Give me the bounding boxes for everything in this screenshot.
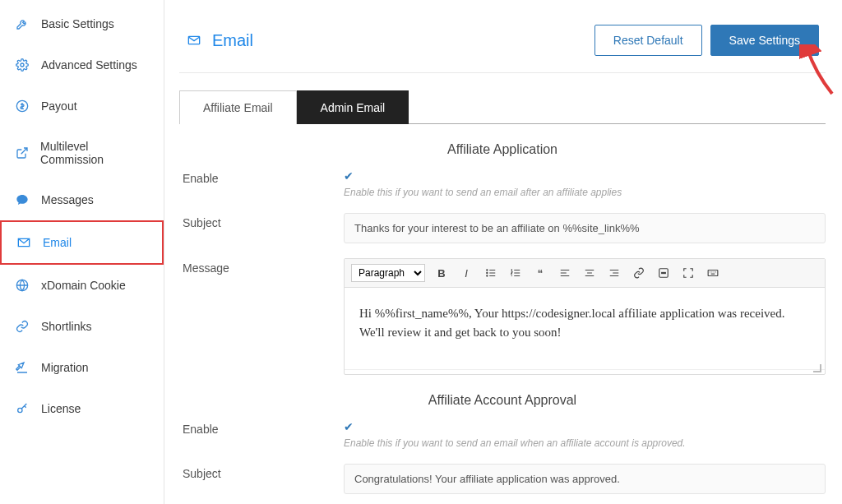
section-affiliate-application: Affiliate Application Enable ✔ Enable th…	[179, 142, 826, 375]
sidebar-item-shortlinks[interactable]: Shortlinks	[0, 306, 164, 347]
page-title: Email	[212, 31, 253, 50]
sidebar-item-migration[interactable]: Migration	[0, 347, 164, 388]
enable-hint: Enable this if you want to send an email…	[344, 187, 826, 198]
keyboard-icon[interactable]	[705, 265, 721, 281]
rich-text-editor: Paragraph B I “	[344, 258, 826, 375]
sidebar-item-label: License	[41, 402, 81, 415]
enable-hint: Enable this if you want to send an email…	[344, 437, 826, 449]
resize-handle[interactable]	[345, 369, 825, 374]
message-label: Message	[179, 258, 344, 375]
align-center-icon[interactable]	[581, 265, 598, 281]
section-title: Affiliate Account Approval	[179, 393, 826, 408]
sidebar-item-messages[interactable]: Messages	[0, 179, 164, 220]
svg-point-3	[18, 408, 22, 412]
sidebar-item-multilevel[interactable]: Multilevel Commission	[0, 127, 164, 179]
sidebar-item-license[interactable]: License	[0, 388, 164, 429]
gear-icon	[15, 58, 30, 72]
link-icon[interactable]	[631, 265, 647, 281]
sidebar: Basic Settings Advanced Settings Payout …	[0, 0, 164, 504]
main-content: Email Reset Default Save Settings Affili…	[164, 0, 842, 504]
sidebar-item-label: Basic Settings	[41, 17, 114, 30]
key-icon	[15, 401, 30, 416]
bullet-list-icon[interactable]	[483, 265, 499, 281]
globe-icon	[15, 278, 30, 293]
bold-icon[interactable]: B	[433, 265, 450, 281]
subject-label: Subject	[179, 213, 344, 243]
enable-label: Enable	[179, 169, 344, 198]
dollar-icon	[15, 99, 30, 113]
svg-rect-10	[708, 270, 718, 276]
sidebar-item-label: Advanced Settings	[41, 58, 137, 72]
align-left-icon[interactable]	[557, 265, 573, 281]
external-icon	[15, 146, 29, 160]
sidebar-item-label: xDomain Cookie	[41, 279, 126, 292]
svg-point-5	[487, 270, 488, 270]
svg-point-0	[21, 63, 24, 67]
svg-point-7	[487, 275, 488, 276]
sidebar-item-label: Payout	[41, 99, 77, 113]
svg-point-11	[710, 271, 710, 272]
format-select[interactable]: Paragraph	[351, 264, 425, 282]
insert-icon[interactable]	[655, 265, 672, 281]
subject-label: Subject	[179, 464, 344, 494]
sidebar-item-label: Migration	[41, 361, 89, 374]
sidebar-item-basic-settings[interactable]: Basic Settings	[0, 3, 164, 44]
wrench-icon	[15, 16, 30, 31]
reset-default-button[interactable]: Reset Default	[594, 25, 702, 56]
sidebar-item-label: Multilevel Commission	[40, 140, 149, 166]
svg-point-12	[711, 271, 712, 272]
enable-label: Enable	[179, 419, 344, 449]
tabbar: Affiliate Email Admin Email	[179, 90, 826, 124]
subject-input[interactable]	[344, 464, 826, 494]
quote-icon[interactable]: “	[532, 265, 548, 281]
italic-icon[interactable]: I	[458, 265, 474, 281]
sidebar-item-xdomain[interactable]: xDomain Cookie	[0, 265, 164, 306]
sidebar-item-label: Messages	[41, 193, 94, 206]
svg-point-14	[715, 271, 716, 272]
tab-affiliate-email[interactable]: Affiliate Email	[179, 90, 297, 124]
mail-icon	[16, 235, 31, 250]
align-right-icon[interactable]	[606, 265, 622, 281]
sidebar-item-email[interactable]: Email	[0, 220, 164, 265]
sidebar-item-payout[interactable]: Payout	[0, 86, 164, 127]
ordered-list-icon[interactable]	[507, 265, 524, 281]
fullscreen-icon[interactable]	[680, 265, 696, 281]
svg-point-6	[487, 272, 488, 273]
svg-rect-9	[661, 272, 666, 274]
enable-checkbox[interactable]: ✔	[344, 420, 354, 433]
svg-rect-15	[711, 274, 715, 275]
sidebar-item-label: Shortlinks	[41, 320, 91, 333]
link-icon	[15, 319, 30, 334]
editor-toolbar: Paragraph B I “	[345, 259, 825, 288]
page-header: Email Reset Default Save Settings	[179, 15, 826, 73]
sidebar-item-advanced-settings[interactable]: Advanced Settings	[0, 44, 164, 86]
enable-checkbox[interactable]: ✔	[344, 169, 354, 183]
sidebar-item-label: Email	[43, 236, 72, 249]
page-title-wrap: Email	[186, 31, 253, 50]
chat-icon	[15, 192, 30, 207]
svg-point-13	[714, 271, 715, 272]
mail-icon	[186, 34, 202, 47]
save-settings-button[interactable]: Save Settings	[710, 25, 819, 56]
section-title: Affiliate Application	[179, 142, 826, 157]
subject-input[interactable]	[344, 213, 826, 243]
migrate-icon	[15, 360, 30, 375]
tab-admin-email[interactable]: Admin Email	[297, 90, 409, 124]
section-affiliate-approval: Affiliate Account Approval Enable ✔ Enab…	[179, 393, 826, 494]
editor-textarea[interactable]: Hi %%first_name%%, Your https://codesign…	[345, 288, 825, 369]
